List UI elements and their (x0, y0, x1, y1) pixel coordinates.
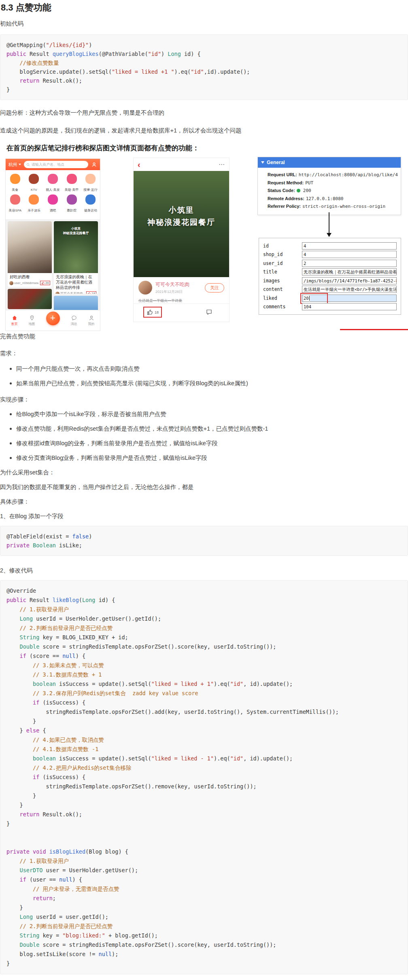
annotation-underline (340, 329, 408, 330)
referrer-policy-row: Referrer Policy:strict-origin-when-cross… (258, 203, 401, 211)
section-title: General (267, 160, 285, 165)
card-user: 可可今天不吃肉 (55, 291, 83, 294)
id-field[interactable]: 4 (302, 242, 397, 250)
feed-card[interactable]: 小筑里神秘浪漫花园餐厅 无尽浪漫的夜晚｜在万花丛中摇晃着红酒杯品尝的牛排 可可今… (54, 221, 98, 294)
search-input[interactable]: 请输入商户名、地点 (24, 161, 88, 168)
general-section-header[interactable]: General (258, 157, 401, 168)
chevron-down-icon (19, 164, 21, 165)
family-fun-icon (29, 194, 39, 205)
blog-detail-screenshot: ‹ ⋯ 小筑里神秘浪漫花园餐厅 可可今天不吃肉 2021年12月28日 关注 生… (134, 158, 229, 322)
page-title: 8.3 点赞功能 (1, 2, 51, 14)
hero-caption: 小筑里神秘浪漫花园餐厅 (134, 204, 229, 228)
paragraph-why-set: 为什么采用set集合： (0, 468, 55, 476)
blog-hero-image: 小筑里神秘浪漫花园餐厅 (134, 171, 229, 277)
card-image: 小筑里神秘浪漫花园餐厅 (54, 221, 98, 273)
paragraph-step1: 1、在Blog 添加一个字段 (0, 512, 64, 520)
list-item: 同一个用户只能点赞一次，再次点击则取消点赞 (16, 365, 140, 373)
title-field[interactable]: 无尽浪漫的夜晚｜在万花丛中摇晃着红酒杯品尝着 (302, 268, 397, 275)
fitness-icon (85, 194, 96, 205)
paragraph-improve: 完善点赞功能 (0, 332, 35, 340)
beauty-hair-icon (48, 174, 58, 184)
person-icon (88, 315, 95, 321)
add-post-button[interactable]: + (46, 312, 60, 325)
nav-map[interactable]: 地图 (29, 315, 35, 326)
category-item[interactable]: 美食 (6, 174, 25, 192)
form-row-user-id: user_id2 (263, 259, 397, 268)
home-icon (11, 315, 18, 321)
general-section-body: Request URL:http://localhost:8080/api/bl… (258, 168, 401, 215)
list-item: 给Blog类中添加一个isLike字段，标示是否被当前用户点赞 (16, 410, 166, 418)
screenshots-figure: 杭州 请输入商户名、地点 美食 KTV 丽人·美发 美睫·美甲 按摩·足疗 美容… (0, 157, 408, 331)
list-item: 修改根据id查询Blog的业务，判断当前登录用户是否点赞过，赋值给isLike字… (16, 439, 218, 447)
form-row-title: title无尽浪漫的夜晚｜在万花丛中摇晃着红酒杯品尝着 (263, 268, 397, 277)
thumbs-up-icon (41, 281, 45, 285)
comments-field[interactable]: 104 (302, 303, 397, 310)
paragraph-step2: 2、修改代码 (0, 566, 33, 574)
category-item[interactable]: 美睫·美甲 (62, 174, 81, 192)
devtools-panel: General Request URL:http://localhost:808… (258, 157, 401, 215)
thumbs-up-icon (147, 309, 153, 316)
paragraph-steps-label: 实现步骤： (0, 395, 30, 404)
back-icon[interactable]: ‹ (138, 160, 140, 169)
plus-icon: + (50, 313, 55, 323)
map-pin-icon (29, 315, 35, 321)
status-code-row: Status Code:200 (258, 187, 401, 195)
detail-footer: 18 (134, 303, 229, 320)
form-row-shop-id: shop_id4 (263, 250, 397, 259)
paragraph-why-set-detail: 因为我们的数据是不能重复的，当用户操作过之后，无论他怎么操作，都是 (0, 483, 194, 491)
category-item[interactable]: 酒吧 (43, 194, 62, 213)
code-block-like-blog: @Overridepublic Result likeBlog(Long id)… (0, 580, 408, 974)
images-field[interactable]: /imgs/blogs/7/14/4771fefb-1a87-4252-816c… (302, 277, 397, 284)
chat-icon (71, 315, 77, 321)
nav-home[interactable]: 首页 (11, 315, 18, 326)
nav-messages[interactable]: 消息 (71, 315, 77, 326)
spa-icon (10, 194, 20, 205)
paragraph-analysis: 问题分析：这种方式会导致一个用户无限点赞，明显是不合理的 (0, 109, 164, 117)
user-icon[interactable] (91, 162, 97, 168)
comment-icon[interactable] (206, 309, 212, 316)
author-row: 可可今天不吃肉 2021年12月28日 关注 (134, 277, 229, 298)
paragraph-cause: 造成这个问题的原因是，我们现在的逻辑，发起请求只是给数据库+1，所以才会出现这个… (0, 126, 242, 135)
category-item[interactable]: 健身运动 (81, 194, 100, 213)
paragraph-requirements-label: 需求： (0, 349, 18, 357)
author-name: 可可今天不吃肉 (155, 281, 202, 288)
city-label: 杭州 (8, 162, 17, 168)
shop-id-field[interactable]: 4 (302, 251, 397, 258)
category-item[interactable]: 美容SPA (6, 194, 25, 213)
author-avatar[interactable] (138, 281, 152, 295)
card-image (8, 221, 52, 273)
content-field[interactable]: 生活就是一半烟火一半诗意<br/>手执烟火谋生活... (302, 286, 397, 293)
app-home-screenshot: 杭州 请输入商户名、地点 美食 KTV 丽人·美发 美睫·美甲 按摩·足疗 美容… (6, 159, 100, 331)
form-row-comments: comments104 (263, 303, 397, 312)
like-button[interactable]: 18 (143, 307, 162, 318)
code-block-initial: @GetMapping("/likes/{id}")public Result … (0, 34, 408, 100)
city-selector[interactable]: 杭州 (8, 162, 21, 168)
like-count[interactable]: 20 (40, 281, 50, 285)
figure-heading: 在首页的探店笔记排行榜和探店图文详情页面都有点赞的功能： (6, 144, 199, 152)
category-item[interactable]: 丽人·美发 (43, 174, 62, 192)
card-user: user_n0bb8mww (9, 281, 38, 285)
massage-icon (85, 174, 96, 184)
blog-entity-form: id4 shop_id4 user_id2 title无尽浪漫的夜晚｜在万花丛中… (259, 238, 401, 314)
like-count[interactable]: 18 (86, 291, 96, 294)
user-id-field[interactable]: 2 (302, 260, 397, 267)
card-title: 无尽浪漫的夜晚｜在万花丛中摇晃着红酒杯品尝的牛排 (54, 273, 98, 290)
bar-icon (48, 194, 58, 205)
party-house-icon (67, 194, 77, 205)
search-placeholder: 请输入商户名、地点 (32, 162, 64, 167)
more-icon[interactable]: ⋯ (219, 161, 225, 168)
food-icon (10, 174, 20, 184)
code-block-field: @TableField(exist = false)private Boolea… (0, 526, 408, 556)
card-image-caption: 小筑里神秘浪漫花园餐厅 (54, 226, 98, 235)
category-item[interactable]: 亲子游乐 (25, 194, 44, 213)
feed-image (8, 289, 52, 309)
category-item[interactable]: 按摩·足疗 (81, 174, 100, 192)
remote-address-row: Remote Address:127.0.0.1:8080 (258, 195, 401, 203)
nav-profile[interactable]: 我的 (88, 315, 95, 326)
avatar (9, 281, 13, 285)
feed-card[interactable]: 好吃的西餐 user_n0bb8mww 20 (8, 221, 52, 287)
category-item[interactable]: 轰趴馆 (62, 194, 81, 213)
category-item[interactable]: KTV (25, 174, 44, 192)
follow-button[interactable]: 关注 (205, 283, 224, 293)
ktv-icon (29, 174, 39, 184)
